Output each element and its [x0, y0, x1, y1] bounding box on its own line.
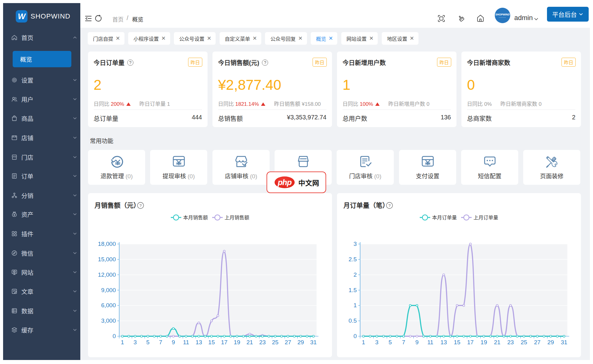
svg-text:12,000: 12,000 [98, 271, 116, 278]
svg-text:7: 7 [402, 339, 405, 345]
svg-text:上月订单量: 上月订单量 [473, 215, 498, 220]
svg-text:23: 23 [507, 339, 514, 345]
svg-text:1: 1 [353, 302, 357, 308]
svg-text:13: 13 [196, 339, 202, 345]
svg-text:本月订单量: 本月订单量 [432, 215, 457, 220]
svg-text:1.5: 1.5 [349, 287, 357, 293]
svg-text:21: 21 [494, 339, 500, 345]
svg-text:2: 2 [353, 271, 357, 278]
svg-text:0: 0 [353, 333, 357, 339]
svg-text:15,000: 15,000 [98, 256, 116, 263]
svg-text:9: 9 [172, 339, 175, 345]
svg-text:19: 19 [481, 339, 487, 345]
svg-text:1: 1 [121, 339, 124, 345]
svg-text:7: 7 [159, 339, 162, 345]
svg-text:13: 13 [440, 339, 447, 345]
svg-text:25: 25 [272, 339, 278, 345]
svg-text:0.5: 0.5 [349, 317, 357, 324]
svg-text:15: 15 [454, 339, 460, 345]
svg-text:29: 29 [547, 339, 554, 345]
svg-text:31: 31 [561, 339, 567, 345]
svg-text:23: 23 [259, 339, 266, 345]
svg-text:15: 15 [208, 339, 215, 345]
svg-text:18,000: 18,000 [98, 241, 116, 247]
svg-text:3: 3 [133, 339, 137, 345]
svg-text:27: 27 [534, 339, 540, 345]
svg-text:11: 11 [183, 339, 189, 345]
svg-text:29: 29 [297, 339, 304, 345]
svg-text:17: 17 [467, 339, 474, 345]
svg-text:?: ? [139, 203, 141, 208]
svg-text:11: 11 [427, 339, 433, 345]
svg-text:9: 9 [415, 339, 419, 345]
svg-text:月订单量（笔）: 月订单量（笔） [343, 202, 389, 209]
svg-text:17: 17 [221, 339, 228, 345]
svg-text:?: ? [388, 203, 390, 208]
svg-text:上月销售额: 上月销售额 [225, 215, 249, 220]
svg-text:本月销售额: 本月销售额 [183, 215, 208, 220]
svg-text:27: 27 [285, 339, 291, 345]
svg-text:2.5: 2.5 [349, 256, 357, 263]
svg-text:3: 3 [353, 241, 357, 247]
svg-text:月销售额（元）: 月销售额（元） [94, 202, 140, 209]
svg-text:31: 31 [310, 339, 317, 345]
svg-text:9,000: 9,000 [101, 287, 116, 293]
svg-text:19: 19 [234, 339, 240, 345]
svg-text:0: 0 [112, 333, 116, 339]
svg-text:3,000: 3,000 [101, 317, 116, 324]
svg-text:21: 21 [246, 339, 253, 345]
svg-text:6,000: 6,000 [101, 302, 116, 308]
svg-text:5: 5 [389, 339, 392, 345]
svg-text:5: 5 [146, 339, 150, 345]
svg-text:1: 1 [362, 339, 365, 345]
svg-text:25: 25 [521, 339, 527, 345]
svg-text:3: 3 [375, 339, 379, 345]
